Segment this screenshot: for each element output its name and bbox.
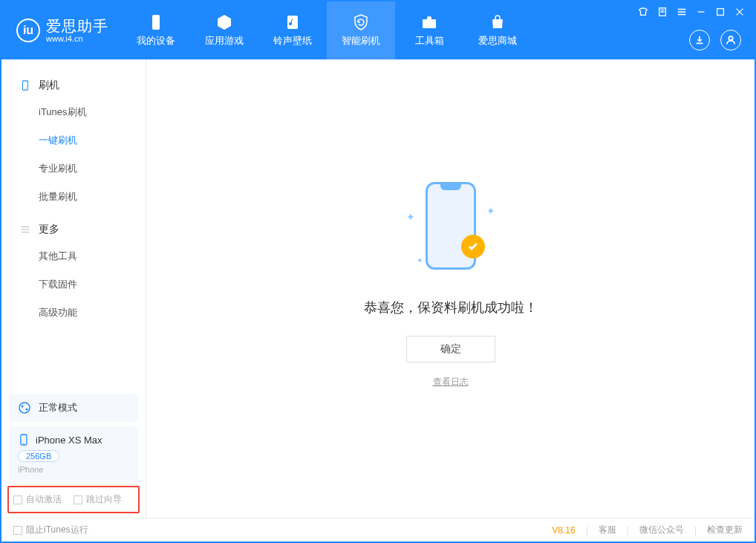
sparkle-icon: ✦ — [417, 256, 423, 264]
user-icon[interactable] — [720, 30, 741, 51]
checkbox-label: 跳过向导 — [86, 493, 122, 506]
close-button[interactable] — [734, 6, 746, 18]
checkbox-box-icon — [13, 526, 22, 535]
header-action-icons — [689, 30, 741, 51]
device-type: iPhone — [18, 465, 129, 474]
app-header: iu 爱思助手 www.i4.cn 我的设备 应用游戏 铃声壁纸 智能刷机 工具… — [1, 1, 755, 59]
svg-rect-2 — [423, 19, 436, 28]
section-title: 刷机 — [39, 79, 59, 92]
separator: | — [586, 525, 588, 536]
note-icon[interactable] — [656, 6, 668, 18]
separator: | — [627, 525, 629, 536]
device-title: iPhone XS Max — [18, 434, 129, 446]
sparkle-icon: ✦ — [486, 205, 495, 217]
tab-apps-games[interactable]: 应用游戏 — [190, 1, 258, 59]
device-box[interactable]: iPhone XS Max 256GB iPhone — [9, 426, 138, 481]
sidebar-item-pro-flash[interactable]: 专业刷机 — [1, 155, 146, 183]
shirt-icon[interactable] — [637, 6, 649, 18]
minimize-button[interactable] — [695, 6, 707, 18]
footer-link-update[interactable]: 检查更新 — [707, 524, 743, 536]
footer-link-wechat[interactable]: 微信公众号 — [639, 524, 684, 536]
window-controls — [637, 6, 746, 18]
tab-ringtone-wallpaper[interactable]: 铃声壁纸 — [258, 1, 327, 59]
svg-point-7 — [19, 403, 30, 413]
view-log-link[interactable]: 查看日志 — [433, 376, 469, 388]
section-title: 更多 — [39, 223, 59, 236]
svg-point-9 — [26, 409, 28, 411]
mode-box[interactable]: 正常模式 — [9, 394, 138, 422]
tab-label: 我的设备 — [137, 34, 175, 48]
menu-icon[interactable] — [676, 6, 688, 18]
success-illustration: ✦ ✦ ✦ — [399, 174, 503, 278]
highlighted-checkbox-row: 自动激活 跳过向导 — [7, 486, 140, 513]
tab-label: 工具箱 — [415, 34, 444, 48]
tab-label: 应用游戏 — [205, 34, 244, 48]
mode-label: 正常模式 — [39, 401, 77, 414]
logo-text: 爱思助手 www.i4.cn — [46, 18, 108, 43]
sidebar-item-itunes-flash[interactable]: iTunes刷机 — [1, 98, 146, 126]
sidebar-section-more: 更多 其他工具 下载固件 高级功能 — [1, 217, 146, 327]
app-logo-icon: iu — [16, 19, 40, 42]
cube-icon — [215, 13, 233, 31]
svg-rect-1 — [287, 16, 298, 29]
sidebar-header-more: 更多 — [1, 217, 146, 242]
footer-right: V8.16 | 客服 | 微信公众号 | 检查更新 — [552, 524, 743, 536]
phone-icon — [147, 13, 165, 31]
shopping-bag-icon — [489, 13, 506, 31]
nav-tabs: 我的设备 应用游戏 铃声壁纸 智能刷机 工具箱 爱思商城 — [122, 1, 532, 59]
svg-point-11 — [23, 443, 25, 444]
briefcase-icon — [420, 13, 438, 31]
device-phone-icon — [18, 434, 30, 446]
check-badge-icon — [461, 235, 485, 259]
sidebar-bottom: 正常模式 iPhone XS Max 256GB iPhone 自动激活 跳过向… — [1, 389, 146, 518]
sparkle-icon: ✦ — [406, 211, 415, 223]
svg-rect-0 — [152, 15, 160, 30]
app-subtitle: www.i4.cn — [46, 34, 108, 43]
svg-point-8 — [22, 406, 24, 408]
checkbox-label: 自动激活 — [26, 493, 62, 506]
footer-link-support[interactable]: 客服 — [599, 524, 616, 536]
success-message: 恭喜您，保资料刷机成功啦！ — [364, 299, 538, 316]
device-name: iPhone XS Max — [36, 435, 102, 446]
checkbox-box-icon — [74, 495, 82, 504]
sidebar-item-advanced[interactable]: 高级功能 — [1, 299, 146, 327]
checkbox-block-itunes[interactable]: 阻止iTunes运行 — [13, 524, 88, 536]
sidebar-header-flash: 刷机 — [1, 73, 146, 98]
device-icon — [19, 79, 31, 91]
svg-point-5 — [729, 36, 732, 40]
checkbox-auto-activate[interactable]: 自动激活 — [13, 493, 62, 506]
maximize-button[interactable] — [714, 6, 726, 18]
main-content: ✦ ✦ ✦ 恭喜您，保资料刷机成功啦！ 确定 查看日志 — [146, 59, 755, 518]
sidebar-item-download-firmware[interactable]: 下载固件 — [1, 270, 146, 299]
footer: 阻止iTunes运行 V8.16 | 客服 | 微信公众号 | 检查更新 — [1, 518, 755, 542]
ok-button[interactable]: 确定 — [406, 336, 495, 362]
tab-label: 智能刷机 — [342, 34, 380, 48]
tab-label: 爱思商城 — [478, 34, 517, 48]
storage-pill: 256GB — [18, 450, 59, 462]
mode-icon — [18, 401, 31, 414]
tab-store[interactable]: 爱思商城 — [463, 1, 532, 59]
svg-rect-4 — [717, 9, 724, 16]
checkbox-box-icon — [13, 495, 22, 504]
sidebar-item-batch-flash[interactable]: 批量刷机 — [1, 183, 146, 211]
checkbox-label: 阻止iTunes运行 — [26, 524, 88, 536]
sidebar-item-oneclick-flash[interactable]: 一键刷机 — [1, 126, 146, 155]
list-icon — [19, 224, 31, 235]
logo-area: iu 爱思助手 www.i4.cn — [1, 1, 122, 59]
body: 刷机 iTunes刷机 一键刷机 专业刷机 批量刷机 更多 其他工具 下载固件 … — [1, 59, 755, 518]
tab-label: 铃声壁纸 — [273, 34, 312, 48]
tab-my-device[interactable]: 我的设备 — [122, 1, 190, 59]
download-icon[interactable] — [689, 30, 710, 51]
sidebar-section-flash: 刷机 iTunes刷机 一键刷机 专业刷机 批量刷机 — [1, 73, 146, 211]
music-note-icon — [284, 13, 302, 31]
tab-toolbox[interactable]: 工具箱 — [395, 1, 463, 59]
version-label: V8.16 — [552, 525, 575, 536]
app-title: 爱思助手 — [46, 18, 108, 34]
checkbox-skip-guide[interactable]: 跳过向导 — [74, 493, 122, 506]
separator: | — [694, 525, 697, 536]
shield-refresh-icon — [352, 13, 370, 31]
phone-notch — [440, 184, 461, 190]
sidebar: 刷机 iTunes刷机 一键刷机 专业刷机 批量刷机 更多 其他工具 下载固件 … — [1, 59, 146, 518]
tab-smart-flash[interactable]: 智能刷机 — [327, 1, 395, 59]
sidebar-item-other-tools[interactable]: 其他工具 — [1, 242, 146, 270]
